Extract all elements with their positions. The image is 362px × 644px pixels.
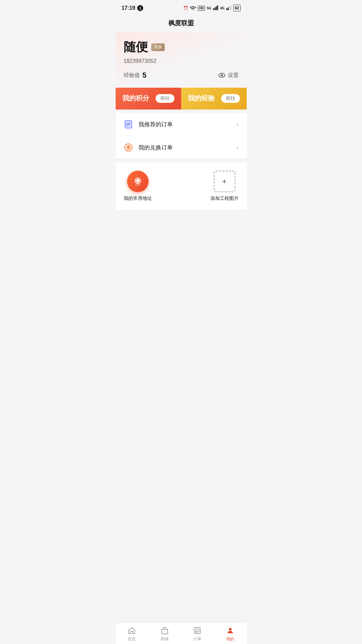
svg-point-26 [229,628,232,631]
svg-point-18 [136,179,139,182]
exchange-icon [124,143,133,152]
nav-home[interactable]: 首页 [122,626,142,642]
recommended-orders-label: 我推荐的订单 [138,121,237,128]
nav-orders[interactable]: 订单 [187,626,207,642]
svg-rect-2 [216,6,217,10]
profile-name: 随便 [124,39,148,55]
points-card-label: 我的积分 [122,94,149,103]
my-points-card[interactable]: 我的积分 前往 [116,87,181,110]
battery-indicator: 62 [233,5,240,11]
svg-rect-4 [226,8,227,10]
svg-point-9 [221,74,223,76]
svg-point-20 [135,184,140,186]
exp-value: 5 [143,71,147,80]
notification-badge: 1 [137,5,143,11]
settings-button[interactable]: 设置 [218,71,239,79]
nav-home-label: 首页 [128,636,136,642]
level-badge: 黑铁 [151,43,165,51]
menu-arrow-1: › [237,121,239,128]
menu-item-recommended-orders[interactable]: 我推荐的订单 › [116,113,247,136]
exp-forward-btn[interactable]: 前往 [221,94,240,103]
shop-icon [160,626,169,635]
status-time: 17:19 1 [122,5,144,11]
points-forward-btn[interactable]: 前往 [156,94,174,103]
svg-rect-7 [230,5,231,10]
nav-mine[interactable]: 我的 [220,626,240,642]
menu-arrow-2: › [237,144,239,151]
svg-rect-0 [213,8,214,10]
status-icons: ⏰ HD 5G 4G 62 [183,5,241,11]
home-icon [127,626,136,635]
exp-label: 经验值 [124,72,140,79]
alarm-icon: ⏰ [183,6,188,10]
svg-rect-3 [217,5,218,10]
svg-rect-5 [228,7,229,10]
menu-section: 我推荐的订单 › 我的兑换订单 › [116,113,247,159]
add-image-tool[interactable]: + 添加工程图片 [210,171,239,202]
menu-item-exchange-orders[interactable]: 我的兑换订单 › [116,136,247,159]
address-tool-label: 我的常用地址 [124,196,152,202]
svg-rect-1 [214,7,215,10]
nav-orders-label: 订单 [193,636,201,642]
add-image-label: 添加工程图片 [210,196,239,202]
my-address-tool[interactable]: 我的常用地址 [124,171,152,202]
svg-rect-21 [162,629,168,634]
5g-icon: 5G [207,6,211,10]
profile-section: 随便 黑铁 18239973052 经验值 5 设置 [116,32,247,88]
settings-label: 设置 [228,72,239,79]
add-cross-icon: + [222,177,227,185]
mine-icon [226,626,235,635]
status-bar: 17:19 1 ⏰ HD 5G 4G 62 [116,0,247,15]
svg-rect-6 [229,6,230,10]
add-image-box: + [214,171,235,192]
tools-section: 我的常用地址 + 添加工程图片 [116,163,247,210]
wifi-icon [190,5,196,11]
nav-shop-label: 商城 [161,636,169,642]
exp-card-label: 我的经验 [188,94,215,103]
cards-row: 我的积分 前往 我的经验 前往 [116,87,247,110]
settings-eye-icon [218,71,226,79]
nav-shop[interactable]: 商城 [155,626,175,642]
document-list-icon [124,120,133,129]
exchange-orders-label: 我的兑换订单 [138,144,237,152]
bottom-nav: 首页 商城 订单 [116,622,247,644]
hd-icon: HD [198,6,205,11]
orders-icon [193,626,202,635]
4g-icon: 4G [220,6,225,10]
signal-icon [213,5,218,11]
location-icon [127,171,149,192]
profile-phone: 18239973052 [124,58,239,64]
signal2-icon [226,5,232,11]
exp-row: 经验值 5 [124,71,147,80]
nav-mine-label: 我的 [226,636,234,642]
page-header: 枫度联盟 [116,15,247,32]
page-title: 枫度联盟 [168,19,194,27]
my-experience-card[interactable]: 我的经验 前往 [181,87,247,110]
